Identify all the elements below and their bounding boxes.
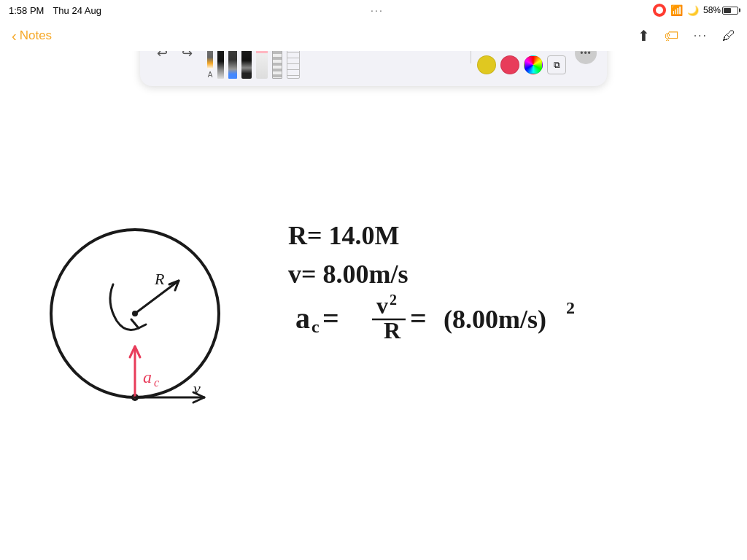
battery-icon (722, 7, 738, 15)
svg-text:a: a (143, 368, 152, 386)
nav-actions: ⬆ 🏷 ··· 🖊 (638, 27, 735, 44)
pencil-label: A (208, 71, 213, 79)
drawing-area[interactable]: R a c v R= 14.0M v= 8.00m/s (0, 95, 747, 560)
svg-text:R= 14.0M: R= 14.0M (288, 221, 400, 250)
color-row-2: ⧉ (477, 55, 566, 74)
svg-text:v: v (376, 292, 388, 319)
status-left: 1:58 PM Thu 24 Aug (9, 5, 101, 16)
back-label: Notes (20, 28, 52, 43)
moon-icon: 🌙 (687, 5, 699, 16)
time-display: 1:58 PM (9, 5, 44, 16)
status-center: ··· (371, 4, 384, 16)
ellipsis-dots: ··· (371, 4, 384, 16)
svg-text:=: = (322, 302, 339, 335)
svg-text:2: 2 (566, 298, 575, 317)
handwriting-svg: R a c v R= 14.0M v= 8.00m/s (0, 95, 747, 560)
status-bar: 1:58 PM Thu 24 Aug ··· 📶 🌙 58% (0, 0, 747, 20)
svg-text:2: 2 (390, 292, 397, 308)
svg-text:c: c (154, 376, 159, 389)
more-icon[interactable]: ··· (694, 29, 708, 42)
date-display: Thu 24 Aug (53, 5, 101, 16)
tag-icon[interactable]: 🏷 (665, 28, 679, 44)
wifi-icon: 📶 (670, 4, 683, 16)
color-yellow[interactable] (477, 55, 496, 74)
battery-container: 58% (703, 5, 738, 15)
svg-text:v= 8.00m/s: v= 8.00m/s (288, 260, 409, 289)
nav-bar: ‹ Notes ⬆ 🏷 ··· 🖊 (0, 20, 747, 51)
svg-text:c: c (311, 317, 320, 336)
battery-percent: 58% (703, 5, 721, 15)
color-copy-icon[interactable]: ⧉ (547, 55, 566, 74)
svg-text:v: v (193, 379, 201, 397)
svg-text:R: R (384, 317, 401, 343)
color-rainbow[interactable] (524, 55, 543, 74)
svg-text:(8.00m/s): (8.00m/s) (444, 305, 546, 334)
color-red[interactable] (500, 55, 519, 74)
svg-text:=: = (410, 302, 427, 335)
record-icon (653, 4, 666, 17)
back-button[interactable]: ‹ Notes (12, 28, 52, 43)
chevron-left-icon: ‹ (12, 28, 17, 43)
svg-text:a: a (295, 302, 310, 335)
share-icon[interactable]: ⬆ (638, 27, 650, 44)
svg-text:R: R (154, 270, 165, 288)
status-right: 📶 🌙 58% (653, 4, 738, 17)
compose-icon[interactable]: 🖊 (722, 28, 735, 44)
svg-point-3 (132, 311, 138, 316)
content-area: R a c v R= 14.0M v= 8.00m/s (0, 95, 747, 560)
